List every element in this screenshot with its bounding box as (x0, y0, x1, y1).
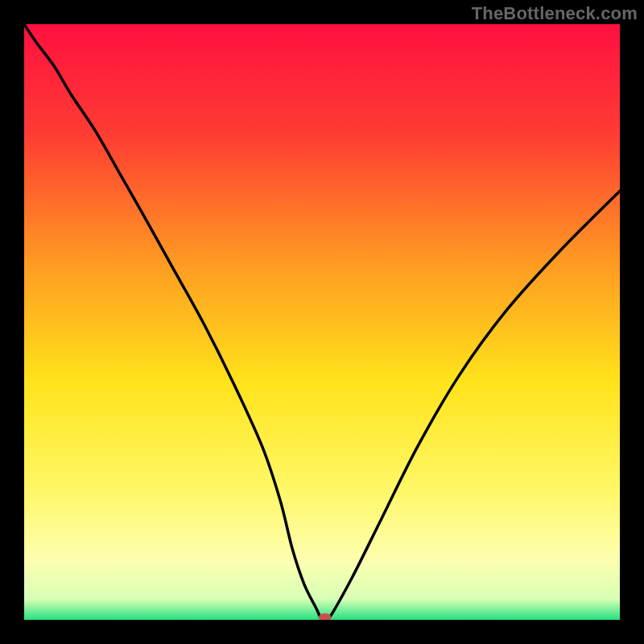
watermark-text: TheBottleneck.com (472, 3, 638, 24)
chart-background (24, 24, 620, 620)
chart-plot-area (24, 24, 620, 620)
chart-svg (24, 24, 620, 620)
chart-frame: TheBottleneck.com (0, 0, 644, 644)
